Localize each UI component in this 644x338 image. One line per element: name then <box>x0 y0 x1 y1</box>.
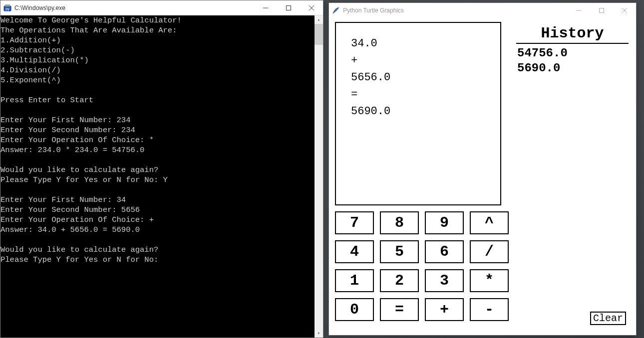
calc-key-+[interactable]: + <box>425 298 464 321</box>
calc-key-2[interactable]: 2 <box>380 269 419 292</box>
calc-key-7[interactable]: 7 <box>335 211 374 234</box>
turtle-titlebar[interactable]: Python Turtle Graphics <box>329 3 636 18</box>
feather-icon <box>332 6 340 14</box>
minimize-button[interactable] <box>254 0 277 15</box>
console-title: C:\Windows\py.exe <box>14 4 254 11</box>
turtle-window: Python Turtle Graphics 34.0 + 5656.0 = 5… <box>328 2 637 336</box>
maximize-button[interactable] <box>277 0 300 15</box>
console-scrollbar[interactable]: ▴ ▾ <box>315 15 323 338</box>
clear-button[interactable]: Clear <box>590 312 626 325</box>
history-list: 54756.0 5690.0 <box>516 44 629 78</box>
calc-key-8[interactable]: 8 <box>380 211 419 234</box>
turtle-window-controls <box>567 3 636 18</box>
svg-text:py: py <box>5 7 9 11</box>
calc-key-/[interactable]: / <box>470 240 509 263</box>
scroll-up-arrow[interactable]: ▴ <box>315 15 323 24</box>
console-titlebar[interactable]: py C:\Windows\py.exe <box>0 0 323 15</box>
close-button[interactable] <box>300 0 323 15</box>
calculator-left-panel: 34.0 + 5656.0 = 5690.0 789^456/123*0=+- <box>335 22 512 321</box>
console-body: Welcome To George's Helpful Calculator! … <box>0 15 323 338</box>
maximize-button[interactable] <box>590 3 613 18</box>
calc-key-3[interactable]: 3 <box>425 269 464 292</box>
calc-key-5[interactable]: 5 <box>380 240 419 263</box>
calc-key--[interactable]: - <box>470 298 509 321</box>
calc-key-4[interactable]: 4 <box>335 240 374 263</box>
calc-key-=[interactable]: = <box>380 298 419 321</box>
console-output[interactable]: Welcome To George's Helpful Calculator! … <box>0 15 315 338</box>
svg-rect-4 <box>287 5 291 10</box>
calc-key-6[interactable]: 6 <box>425 240 464 263</box>
scroll-thumb[interactable] <box>315 24 323 45</box>
turtle-title: Python Turtle Graphics <box>343 7 567 14</box>
calc-key-9[interactable]: 9 <box>425 211 464 234</box>
calculator-display: 34.0 + 5656.0 = 5690.0 <box>335 22 501 205</box>
calc-key-*[interactable]: * <box>470 269 509 292</box>
close-button[interactable] <box>613 3 636 18</box>
console-window-controls <box>254 0 323 15</box>
calc-key-1[interactable]: 1 <box>335 269 374 292</box>
history-title: History <box>516 22 629 44</box>
console-window: py C:\Windows\py.exe Welcome To George's… <box>0 0 323 338</box>
svg-rect-9 <box>600 8 604 13</box>
py-icon: py <box>3 4 11 12</box>
history-panel: History 54756.0 5690.0 <box>516 22 629 78</box>
turtle-canvas: 34.0 + 5656.0 = 5690.0 789^456/123*0=+- … <box>329 18 636 335</box>
calc-key-0[interactable]: 0 <box>335 298 374 321</box>
svg-rect-1 <box>5 4 10 6</box>
minimize-button[interactable] <box>567 3 590 18</box>
scroll-down-arrow[interactable]: ▾ <box>315 329 323 338</box>
calc-key-^[interactable]: ^ <box>470 211 509 234</box>
calculator-keypad: 789^456/123*0=+- <box>335 211 512 321</box>
